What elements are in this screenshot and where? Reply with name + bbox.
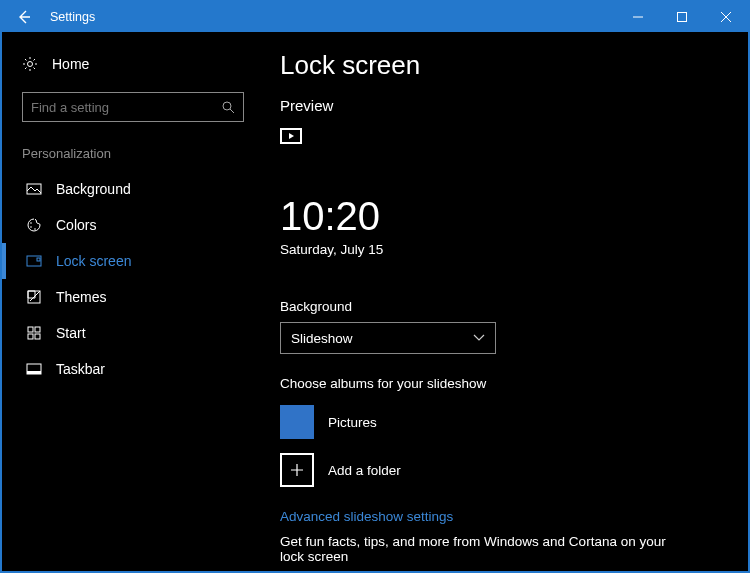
sidebar-item-background[interactable]: Background [2,171,264,207]
sidebar-item-themes[interactable]: Themes [2,279,264,315]
svg-point-5 [30,226,32,228]
lock-screen-icon [26,253,42,269]
minimize-icon [633,12,643,22]
sidebar-item-colors[interactable]: Colors [2,207,264,243]
close-button[interactable] [704,2,748,32]
play-icon [289,133,294,139]
add-folder-button[interactable]: Add a folder [280,453,718,487]
nav-label: Background [56,181,131,197]
albums-label: Choose albums for your slideshow [280,376,718,391]
album-item-pictures[interactable]: Pictures [280,405,718,439]
chevron-down-icon [473,334,485,342]
sidebar: Home Personalization Background Colo [2,32,264,571]
nav-label: Colors [56,217,96,233]
image-icon [26,181,42,197]
themes-icon [26,289,42,305]
back-button[interactable] [2,2,46,32]
sidebar-item-taskbar[interactable]: Taskbar [2,351,264,387]
back-arrow-icon [14,7,34,27]
album-thumbnail [280,405,314,439]
titlebar: Settings [2,2,748,32]
advanced-slideshow-link[interactable]: Advanced slideshow settings [280,509,718,524]
add-folder-label: Add a folder [328,463,401,478]
settings-window: Settings Home Pe [0,0,750,573]
nav-label: Themes [56,289,107,305]
svg-rect-11 [35,327,40,332]
sidebar-item-lock-screen[interactable]: Lock screen [2,243,264,279]
start-icon [26,325,42,341]
svg-rect-13 [35,334,40,339]
nav-label: Lock screen [56,253,131,269]
sidebar-home[interactable]: Home [2,50,264,78]
nav-label: Taskbar [56,361,105,377]
preview-date: Saturday, July 15 [280,242,718,257]
svg-rect-0 [678,13,687,22]
sidebar-home-label: Home [52,56,89,72]
sidebar-item-start[interactable]: Start [2,315,264,351]
search-icon [221,100,235,114]
main-panel: Lock screen Preview 10:20 Saturday, July… [264,32,748,571]
preview-clock: 10:20 [280,196,718,236]
svg-point-2 [223,102,231,110]
page-title: Lock screen [280,50,718,81]
svg-rect-15 [27,371,41,374]
maximize-button[interactable] [660,2,704,32]
svg-rect-12 [28,334,33,339]
tip-text: Get fun facts, tips, and more from Windo… [280,534,680,564]
background-dropdown[interactable]: Slideshow [280,322,496,354]
window-title: Settings [46,10,95,24]
preview-heading: Preview [280,97,718,114]
taskbar-icon [26,361,42,377]
svg-point-1 [28,62,33,67]
sidebar-section-label: Personalization [2,140,264,171]
search-input[interactable] [31,100,221,115]
nav-label: Start [56,325,86,341]
minimize-button[interactable] [616,2,660,32]
svg-rect-10 [28,327,33,332]
search-box[interactable] [22,92,244,122]
svg-point-6 [34,228,36,230]
palette-icon [26,217,42,233]
close-icon [721,12,731,22]
plus-icon [280,453,314,487]
svg-rect-8 [37,258,40,261]
preview-thumbnail[interactable] [280,128,302,144]
album-name: Pictures [328,415,377,430]
settings-gear-icon [22,56,38,72]
dropdown-value: Slideshow [291,331,353,346]
svg-point-4 [30,222,32,224]
background-label: Background [280,299,718,314]
maximize-icon [677,12,687,22]
